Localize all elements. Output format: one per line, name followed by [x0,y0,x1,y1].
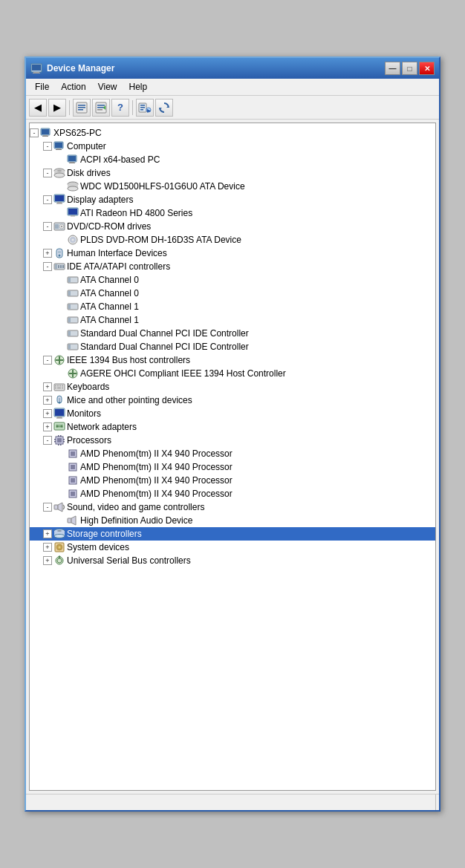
svg-rect-67 [68,304,71,309]
svg-rect-27 [56,149,61,149]
menu-help[interactable]: Help [123,80,154,94]
tree-item-hda[interactable]: High Definition Audio Device [30,514,435,527]
tree-item-ieee[interactable]: -IEEE 1394 Bus host controllers [30,353,435,367]
tree-item-acpi[interactable]: ACPI x64-based PC [30,153,435,166]
svg-rect-117 [71,492,75,496]
expander-ieee[interactable]: - [43,356,52,365]
svg-marker-132 [58,555,61,557]
expander-disk[interactable]: - [43,169,52,177]
minimize-button[interactable]: — [385,62,400,75]
expander-ide[interactable]: - [43,262,52,271]
tree-item-hid[interactable]: +Human Interface Devices [30,247,435,260]
expander-keyboards[interactable]: + [43,382,52,391]
svg-rect-14 [140,105,145,106]
tree-item-monitors[interactable]: +Monitors [30,407,435,420]
expander-computer[interactable]: - [43,142,52,151]
tree-item-cpu1[interactable]: AMD Phenom(tm) II X4 940 Processor [30,447,435,460]
menu-file[interactable]: File [29,80,55,94]
tree-item-storage[interactable]: +Storage controllers [30,527,435,541]
label-storage: Storage controllers [67,529,142,539]
expander-hid[interactable]: + [43,249,52,258]
svg-rect-82 [57,385,59,387]
tree-item-cpu3[interactable]: AMD Phenom(tm) II X4 940 Processor [30,474,435,487]
expander-usb[interactable]: + [43,556,52,565]
label-hid: Human Interface Devices [67,248,167,258]
tree-item-dvd[interactable]: -DVD/CD-ROM drives [30,220,435,233]
svg-rect-93 [57,417,62,418]
tree-item-ati[interactable]: ATI Radeon HD 4800 Series [30,206,435,220]
tree-item-cpu4[interactable]: AMD Phenom(tm) II X4 940 Processor [30,487,435,500]
tree-item-sound[interactable]: -Sound, video and game controllers [30,500,435,514]
expander-dvd[interactable]: - [43,222,52,231]
tree-item-computer[interactable]: -Computer [30,140,435,153]
label-cpu4: AMD Phenom(tm) II X4 940 Processor [80,489,232,499]
expander-processors[interactable]: - [43,436,52,445]
tree-item-pci1[interactable]: Standard Dual Channel PCI IDE Controller [30,327,435,340]
tree-item-agere[interactable]: AGERE OHCI Compliant IEEE 1394 Host Cont… [30,367,435,380]
icon-agere [67,368,79,379]
svg-rect-120 [68,518,71,523]
tree-item-wdc[interactable]: WDC WD1500HLFS-01G6U0 ATA Device [30,180,435,193]
scan-button[interactable]: ▶ [136,99,154,117]
device-tree[interactable]: -XPS625-PC-ComputerACPI x64-based PC-Dis… [29,123,436,791]
menu-action[interactable]: Action [55,80,91,94]
expander-sound[interactable]: - [43,503,52,512]
icon-acpi [67,154,79,166]
tree-item-plds[interactable]: PLDS DVD-ROM DH-16D3S ATA Device [30,233,435,247]
icon-mice [53,394,65,406]
tree-item-disk[interactable]: -Disk drives [30,166,435,180]
back-button[interactable]: ◀ [29,99,47,117]
menu-view[interactable]: View [92,80,123,94]
tree-item-ide[interactable]: -IDE ATA/ATAPI controllers [30,260,435,273]
svg-rect-69 [68,318,71,322]
tree-item-network[interactable]: +Network adapters [30,420,435,434]
tree-item-ata0a[interactable]: ATA Channel 0 [30,273,435,287]
label-acpi: ACPI x64-based PC [80,154,160,165]
expander-display[interactable]: - [43,195,52,204]
tree-item-xps625[interactable]: -XPS625-PC [30,126,435,140]
label-display: Display adapters [67,195,133,205]
svg-rect-46 [71,215,75,217]
label-ieee: IEEE 1394 Bus host controllers [67,355,190,365]
label-ati: ATI Radeon HD 4800 Series [80,208,192,218]
svg-rect-9 [97,105,105,106]
update-driver-button[interactable] [92,99,110,117]
label-sound: Sound, video and game controllers [67,502,204,512]
svg-rect-45 [68,209,77,215]
title-bar-icon [30,62,42,74]
tree-item-usb[interactable]: +Universal Serial Bus controllers [30,554,435,567]
icon-hda [67,515,79,526]
close-button[interactable]: ✕ [419,62,435,75]
expander-network[interactable]: + [43,422,52,431]
help-button[interactable]: ? [111,99,129,117]
expander-mice[interactable]: + [43,396,52,405]
label-plds: PLDS DVD-ROM DH-16D3S ATA Device [80,235,241,245]
tree-item-mice[interactable]: +Mice and other pointing devices [30,394,435,407]
toolbar-sep1 [69,100,70,115]
tree-item-ata0b[interactable]: ATA Channel 0 [30,287,435,300]
icon-cpu4 [67,488,79,500]
icon-xps625 [40,127,52,139]
maximize-button[interactable]: □ [402,62,417,75]
tree-item-ata1a[interactable]: ATA Channel 1 [30,300,435,313]
properties-button[interactable] [73,99,91,117]
tree-item-pci2[interactable]: Standard Dual Channel PCI IDE Controller [30,340,435,353]
tree-item-processors[interactable]: -Processors [30,434,435,447]
tree-item-keyboards[interactable]: +Keyboards [30,380,435,394]
tree-item-display[interactable]: -Display adapters [30,193,435,206]
expander-sysdev[interactable]: + [43,543,52,552]
expander-monitors[interactable]: + [43,409,52,418]
tree-item-sysdev[interactable]: +System devices [30,541,435,554]
svg-rect-7 [78,109,83,111]
tree-item-cpu2[interactable]: AMD Phenom(tm) II X4 940 Processor [30,460,435,474]
label-dvd: DVD/CD-ROM drives [67,221,151,232]
expander-storage[interactable]: + [43,529,52,538]
refresh-button[interactable] [155,99,173,117]
icon-network [53,421,65,433]
tree-item-ata1b[interactable]: ATA Channel 1 [30,313,435,327]
expander-xps625[interactable]: - [30,128,39,137]
icon-monitors [53,408,65,420]
svg-point-35 [54,173,65,177]
svg-text:▶: ▶ [147,108,151,112]
forward-button[interactable]: ▶ [48,99,66,117]
